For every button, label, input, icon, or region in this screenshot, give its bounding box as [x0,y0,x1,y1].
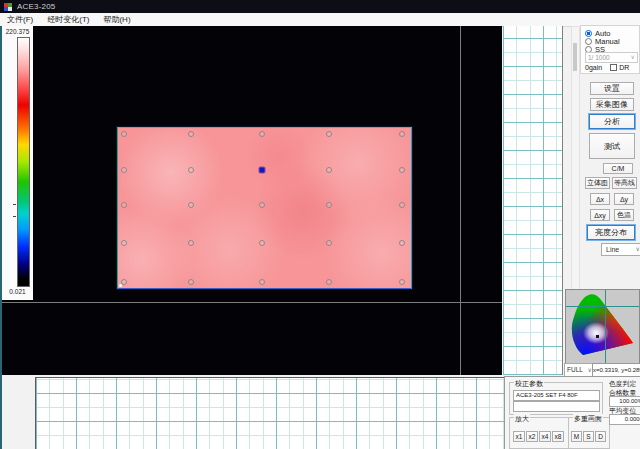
calibration-marker [188,167,194,173]
menu-bar: 文件(F) 经时变化(T) 帮助(H) [0,13,640,27]
stereo-view-button[interactable]: 立体图 [585,177,610,189]
shutter-select[interactable]: 1/ 1000 ∨ [585,52,638,63]
luminance-scale: 220.375 0.021 [2,26,33,300]
cm-button[interactable]: C/M [603,163,633,174]
zoom-label: 放大 [514,414,530,424]
calibration-marker [121,131,127,137]
test-button[interactable]: 测试 [589,133,635,159]
calibration-marker [188,202,194,208]
calibration-marker [188,131,194,137]
radio-manual-icon[interactable] [585,38,592,45]
line-select[interactable]: Line ∨ [601,243,640,256]
scale-max-value: 220.375 [2,28,33,35]
cie-horseshoe [566,290,639,363]
calibration-marker [259,131,265,137]
menu-temporal-change[interactable]: 经时变化(T) [40,13,96,26]
menu-help[interactable]: 帮助(H) [96,13,137,26]
roi-horizontal-line [2,302,502,303]
zoom-group: 放大 x1 x2 x4 x8 [509,417,569,449]
delta-y-button[interactable]: Δy [614,193,634,205]
scale-tick [13,216,16,217]
side-data-grid [503,26,563,375]
calibration-marker [259,279,265,285]
calibration-marker [259,202,265,208]
gain-label: 0gain [585,64,602,71]
calibration-marker [121,240,127,246]
correction-value-field[interactable]: ACE3-205 SET F4 80F [513,390,600,401]
cie-mode-value: FULL [567,366,583,373]
calibration-marker [188,279,194,285]
calibration-marker [259,240,265,246]
correction-params-group: 校正参数 ACE3-205 SET F4 80F [509,382,603,415]
scale-min-value: 0.021 [2,288,33,295]
multi-screen-group: 多重画面 M S D [568,417,610,449]
scale-gradient-bar [17,37,30,287]
judgment-column: 色度判定 合格数量 100.00% 平均变位 0.0000 [607,377,640,449]
calibration-marker [399,131,405,137]
delta-xy-button[interactable]: Δxy [590,209,610,221]
zoom-x4-button[interactable]: x4 [539,431,551,442]
luminance-distribution-button[interactable]: 亮度分布 [587,225,635,240]
calibration-marker [399,279,405,285]
zoom-x1-button[interactable]: x1 [513,431,525,442]
cie-crosshair-vertical [605,290,606,363]
cie-crosshair-horizontal [566,306,639,307]
corner-point-marker [119,284,122,287]
correction-value-field2[interactable] [513,401,600,412]
scale-tick [13,204,16,205]
menu-file[interactable]: 文件(F) [0,13,40,26]
capture-image-button[interactable]: 采集图像 [590,98,634,111]
center-point-marker [259,167,264,172]
scrollbar-thumb[interactable] [573,43,577,71]
analyze-button[interactable]: 分析 [589,114,635,129]
settings-button[interactable]: 设置 [590,82,634,95]
avg-deviation-value: 0.0000 [609,414,640,425]
test-panel[interactable] [117,127,412,289]
color-temp-button[interactable]: 色温 [614,209,634,221]
app-window: ACE3-205 文件(F) 经时变化(T) 帮助(H) 220.375 0.0… [0,0,640,449]
bottom-control-panel: 校正参数 ACE3-205 SET F4 80F 放大 x1 x2 x4 x8 … [504,376,640,449]
calibration-marker [399,202,405,208]
exposure-group: Auto Manual SS 1/ 1000 ∨ 0gain DR [580,25,640,74]
calibration-marker [121,279,127,285]
measurement-data-grid[interactable] [35,377,506,449]
roi-vertical-line [460,26,461,375]
multi-d-button[interactable]: D [595,431,606,442]
cie-chromaticity-diagram[interactable] [565,289,640,364]
dr-checkbox[interactable] [610,64,617,71]
calibration-marker [326,279,332,285]
calibration-marker [121,167,127,173]
calibration-marker [326,167,332,173]
multi-screen-label: 多重画面 [573,414,603,424]
calibration-marker [399,167,405,173]
chevron-down-icon: ∨ [631,53,635,62]
line-select-value: Line [606,246,619,253]
calibration-marker [326,131,332,137]
calibration-marker [326,202,332,208]
app-icon [4,3,12,11]
calibration-marker [326,240,332,246]
cie-coordinates-value: x=0.3319, y=0.2898 [592,363,640,377]
multi-s-button[interactable]: S [583,431,594,442]
contour-button[interactable]: 等高线 [612,177,637,189]
correction-params-label: 校正参数 [514,379,544,389]
title-bar: ACE3-205 [0,0,640,13]
shutter-value: 1/ 1000 [588,54,610,61]
calibration-marker [399,240,405,246]
calibration-marker [121,202,127,208]
cie-measured-point [596,335,599,338]
gain-row: 0gain DR [585,64,637,71]
zoom-x2-button[interactable]: x2 [526,431,538,442]
zoom-x8-button[interactable]: x8 [552,431,564,442]
radio-auto-icon[interactable] [585,30,592,37]
dr-label: DR [619,64,629,71]
delta-x-button[interactable]: Δx [590,193,610,205]
calibration-marker [188,240,194,246]
cie-mode-select[interactable]: FULL ∨ [564,363,595,377]
multi-m-button[interactable]: M [571,431,582,442]
chevron-down-icon: ∨ [636,244,640,255]
window-title: ACE3-205 [17,2,56,11]
